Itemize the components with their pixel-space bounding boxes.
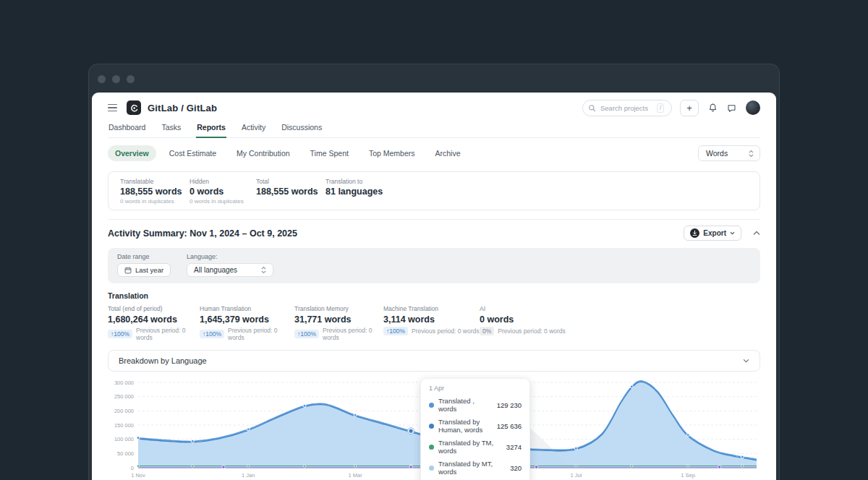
translation-stats-section: Translation Total (end of period) 1,680,…	[108, 291, 760, 341]
language-select[interactable]: All languages	[187, 263, 273, 277]
bell-icon	[708, 103, 718, 113]
messages-button[interactable]	[727, 103, 736, 113]
filter-bar: Date range Last year Language: All langu…	[108, 248, 760, 283]
export-button[interactable]: Export	[684, 226, 741, 241]
subtab-my-contribution[interactable]: My Contribution	[229, 145, 297, 161]
svg-text:150 000: 150 000	[114, 422, 134, 429]
svg-text:300 000: 300 000	[114, 380, 134, 386]
menu-icon[interactable]	[108, 104, 117, 112]
subtab-time-spent[interactable]: Time Spent	[303, 145, 356, 161]
stat-total: Total 188,555 words	[256, 178, 326, 205]
stat-human-translation: Human Translation 1,645,379 words ↑100%P…	[200, 305, 294, 341]
stat-translatable: Translatable 188,555 words 0 words in du…	[120, 178, 190, 205]
tab-activity[interactable]: Activity	[241, 119, 266, 137]
activity-summary-title: Activity Summary: Nov 1, 2024 – Oct 9, 2…	[108, 228, 297, 239]
app-page: GitLab / GitLab / + Dashboard Tasks	[92, 93, 776, 480]
project-logo-icon[interactable]	[127, 100, 141, 115]
series-dot-icon	[429, 403, 434, 408]
tooltip-row: Translated by MT, words 320	[429, 460, 522, 476]
search-box[interactable]: /	[582, 100, 672, 116]
collapse-section-button[interactable]	[753, 231, 760, 236]
series-dot-icon	[429, 466, 434, 471]
tab-tasks[interactable]: Tasks	[161, 119, 182, 137]
window-control-dot[interactable]	[127, 75, 135, 83]
chevron-up-icon	[753, 231, 760, 236]
stat-ai: AI 0 words 0%Previous period: 0 words	[480, 305, 566, 341]
activity-chart: 300 000250 000200 000150 000100 00050 00…	[108, 377, 760, 480]
stat-translation-to: Translation to 81 languages	[326, 178, 383, 205]
trend-badge: 0%	[480, 327, 494, 335]
report-subtabs: Overview Cost Estimate My Contribution T…	[108, 144, 760, 163]
summary-stats-card: Translatable 188,555 words 0 words in du…	[108, 171, 760, 210]
series-dot-icon	[429, 424, 434, 429]
activity-summary-header: Activity Summary: Nov 1, 2024 – Oct 9, 2…	[108, 226, 760, 241]
svg-text:50 000: 50 000	[117, 450, 134, 457]
trend-badge: ↑100%	[200, 330, 224, 338]
trend-badge: ↑100%	[294, 330, 319, 338]
notifications-button[interactable]	[708, 103, 718, 113]
svg-text:1 Jan: 1 Jan	[242, 472, 255, 479]
breakdown-by-language-panel[interactable]: Breakdown by Language	[108, 350, 760, 372]
tab-discussions[interactable]: Discussions	[281, 119, 323, 137]
window-control-dot[interactable]	[98, 75, 106, 83]
svg-text:250 000: 250 000	[114, 393, 134, 400]
subtab-archive[interactable]: Archive	[428, 145, 468, 161]
export-download-icon	[690, 228, 699, 238]
chart-tooltip: 1 Apr Translated , words 129 230 Transla…	[420, 378, 530, 480]
date-range-filter: Date range Last year	[117, 253, 171, 277]
svg-text:200 000: 200 000	[114, 408, 134, 414]
search-icon	[588, 104, 596, 112]
stat-translation-memory: Translation Memory 31,771 words ↑100%Pre…	[294, 305, 383, 341]
trend-badge: ↑100%	[383, 327, 408, 335]
svg-text:0: 0	[131, 465, 134, 471]
subtab-top-members[interactable]: Top Members	[362, 145, 422, 161]
stat-hidden: Hidden 0 words 0 words in duplicates	[190, 178, 256, 205]
window-control-dot[interactable]	[112, 75, 120, 83]
tooltip-row: Translated , words 129 230	[429, 397, 522, 413]
activity-summary-section: Activity Summary: Nov 1, 2024 – Oct 9, 2…	[108, 219, 760, 480]
date-range-button[interactable]: Last year	[117, 263, 171, 277]
stat-machine-translation: Machine Translation 3,114 words ↑100%Pre…	[383, 305, 480, 341]
select-caret-icon	[261, 266, 266, 274]
tab-reports[interactable]: Reports	[196, 119, 226, 138]
stat-total-end-of-period: Total (end of period) 1,680,264 words ↑1…	[108, 305, 200, 341]
select-caret-icon	[749, 150, 754, 158]
svg-text:100 000: 100 000	[114, 436, 134, 442]
chat-icon	[727, 103, 736, 113]
unit-select[interactable]: Words	[698, 145, 760, 161]
tooltip-row: Translated by TM, words 3274	[429, 439, 522, 455]
chevron-down-icon	[743, 359, 749, 363]
tab-dashboard[interactable]: Dashboard	[108, 119, 146, 137]
subtab-cost-estimate[interactable]: Cost Estimate	[162, 145, 224, 161]
app-header: GitLab / GitLab / +	[108, 93, 760, 119]
tooltip-row: Translated by Human, words 125 636	[429, 418, 522, 434]
calendar-icon	[124, 267, 132, 274]
language-filter: Language: All languages	[187, 253, 273, 277]
trend-badge: ↑100%	[108, 330, 132, 338]
search-input[interactable]	[600, 104, 652, 112]
search-shortcut-badge: /	[657, 103, 664, 113]
create-new-button[interactable]: +	[680, 100, 699, 116]
user-avatar[interactable]	[746, 100, 760, 115]
series-dot-icon	[429, 445, 434, 450]
window-controls	[98, 75, 135, 83]
svg-text:1 Nov: 1 Nov	[131, 472, 145, 479]
chevron-down-icon	[730, 231, 735, 235]
header-actions: / +	[582, 100, 760, 116]
subtab-overview[interactable]: Overview	[108, 145, 156, 161]
main-nav-tabs: Dashboard Tasks Reports Activity Discuss…	[108, 119, 760, 138]
browser-window: GitLab / GitLab / + Dashboard Tasks	[88, 64, 780, 480]
svg-text:1 Mar: 1 Mar	[349, 472, 363, 479]
svg-text:1 Jul: 1 Jul	[570, 472, 582, 479]
page-title: GitLab / GitLab	[148, 103, 217, 113]
svg-text:1 Sep: 1 Sep	[681, 472, 695, 479]
